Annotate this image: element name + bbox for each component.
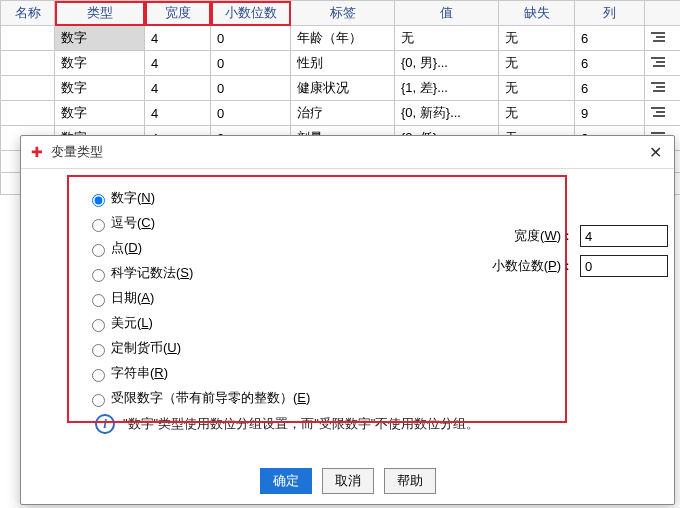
grid-cell[interactable]: 4 (145, 101, 211, 126)
type-radio-label: 科学记数法(S) (111, 265, 193, 280)
variable-type-dialog: ✚ 变量类型 ✕ 数字(N)逗号(C)点(D)科学记数法(S)日期(A)美元(L… (20, 135, 675, 505)
grid-header-row: 名称 类型 宽度 小数位数 标签 值 缺失 列 (1, 1, 681, 26)
ok-button[interactable]: 确定 (260, 468, 312, 494)
align-cell[interactable] (645, 26, 681, 51)
help-button[interactable]: 帮助 (384, 468, 436, 494)
type-radio-option[interactable]: 美元(L) (87, 314, 656, 332)
type-radio[interactable] (92, 344, 105, 357)
decimals-input[interactable] (580, 255, 668, 277)
grid-cell[interactable]: 年龄（年） (291, 26, 395, 51)
grid-cell[interactable]: 6 (575, 76, 645, 101)
grid-cell[interactable] (1, 76, 55, 101)
grid-cell[interactable]: 无 (499, 76, 575, 101)
type-radio[interactable] (92, 269, 105, 282)
col-width[interactable]: 宽度 (145, 1, 211, 26)
grid-cell[interactable]: 数字 (55, 101, 145, 126)
col-value[interactable]: 值 (395, 1, 499, 26)
info-icon: i (95, 414, 115, 434)
type-radio-label: 数字(N) (111, 190, 155, 205)
grid-cell[interactable]: 4 (145, 51, 211, 76)
type-radio[interactable] (92, 394, 105, 407)
type-radio[interactable] (92, 319, 105, 332)
grid-cell[interactable]: 健康状况 (291, 76, 395, 101)
type-radio-label: 日期(A) (111, 290, 154, 305)
grid-cell[interactable]: 性别 (291, 51, 395, 76)
type-radio-option[interactable]: 定制货币(U) (87, 339, 656, 357)
grid-cell[interactable]: 4 (145, 76, 211, 101)
table-row[interactable]: 数字40年龄（年）无无6 (1, 26, 681, 51)
align-cell[interactable] (645, 101, 681, 126)
type-radio-label: 字符串(R) (111, 365, 168, 380)
col-align[interactable] (645, 1, 681, 26)
grid-cell[interactable]: {1, 差}... (395, 76, 499, 101)
type-radio[interactable] (92, 219, 105, 232)
align-right-icon (651, 56, 665, 68)
grid-cell[interactable]: 数字 (55, 76, 145, 101)
type-radio[interactable] (92, 369, 105, 382)
type-radio-label: 美元(L) (111, 315, 153, 330)
decimals-field-label: 小数位数(P)： (460, 257, 580, 275)
grid-cell[interactable]: 0 (211, 76, 291, 101)
grid-cell[interactable]: 0 (211, 26, 291, 51)
align-cell[interactable] (645, 76, 681, 101)
grid-cell[interactable]: 无 (395, 26, 499, 51)
cancel-button[interactable]: 取消 (322, 468, 374, 494)
width-field-label: 宽度(W)： (460, 227, 580, 245)
type-radio-option[interactable]: 数字(N) (87, 189, 656, 207)
dialog-button-row: 确定 取消 帮助 (21, 458, 674, 504)
col-decimals[interactable]: 小数位数 (211, 1, 291, 26)
grid-cell[interactable]: 4 (145, 26, 211, 51)
grid-cell[interactable]: {0, 新药}... (395, 101, 499, 126)
type-radio-option[interactable]: 日期(A) (87, 289, 656, 307)
dialog-title: 变量类型 (51, 143, 644, 161)
col-type[interactable]: 类型 (55, 1, 145, 26)
grid-cell[interactable] (1, 26, 55, 51)
col-label[interactable]: 标签 (291, 1, 395, 26)
dimension-fields: 宽度(W)： 小数位数(P)： (460, 217, 668, 285)
type-radio-label: 受限数字（带有前导零的整数）(E) (111, 390, 310, 405)
type-radio-label: 点(D) (111, 240, 142, 255)
grid-cell[interactable]: 9 (575, 101, 645, 126)
dialog-titlebar[interactable]: ✚ 变量类型 ✕ (21, 136, 674, 169)
type-radio-label: 定制货币(U) (111, 340, 181, 355)
col-name[interactable]: 名称 (1, 1, 55, 26)
align-right-icon (651, 106, 665, 118)
type-radio-option[interactable]: 字符串(R) (87, 364, 656, 382)
type-radio-option[interactable]: 受限数字（带有前导零的整数）(E) (87, 389, 656, 407)
align-cell[interactable] (645, 51, 681, 76)
grid-cell[interactable]: 0 (211, 51, 291, 76)
grid-cell[interactable]: {0, 男}... (395, 51, 499, 76)
grid-cell[interactable] (1, 101, 55, 126)
grid-cell[interactable]: 数字 (55, 26, 145, 51)
grid-cell[interactable] (1, 51, 55, 76)
align-right-icon (651, 31, 665, 43)
hint-row: i "数字"类型使用数位分组设置，而"受限数字"不使用数位分组。 (95, 414, 656, 434)
col-missing[interactable]: 缺失 (499, 1, 575, 26)
align-right-icon (651, 81, 665, 93)
table-row[interactable]: 数字40性别{0, 男}...无6 (1, 51, 681, 76)
app-icon: ✚ (29, 144, 45, 160)
close-icon[interactable]: ✕ (644, 141, 666, 163)
col-columns[interactable]: 列 (575, 1, 645, 26)
grid-cell[interactable]: 0 (211, 101, 291, 126)
grid-cell[interactable]: 无 (499, 51, 575, 76)
grid-cell[interactable]: 6 (575, 51, 645, 76)
type-radio-label: 逗号(C) (111, 215, 155, 230)
grid-cell[interactable]: 无 (499, 26, 575, 51)
table-row[interactable]: 数字40健康状况{1, 差}...无6 (1, 76, 681, 101)
type-radio[interactable] (92, 194, 105, 207)
grid-cell[interactable]: 治疗 (291, 101, 395, 126)
type-radio[interactable] (92, 294, 105, 307)
width-input[interactable] (580, 225, 668, 247)
grid-cell[interactable]: 数字 (55, 51, 145, 76)
grid-cell[interactable]: 6 (575, 26, 645, 51)
hint-text: "数字"类型使用数位分组设置，而"受限数字"不使用数位分组。 (123, 415, 479, 433)
table-row[interactable]: 数字40治疗{0, 新药}...无9 (1, 101, 681, 126)
type-radio[interactable] (92, 244, 105, 257)
grid-cell[interactable]: 无 (499, 101, 575, 126)
